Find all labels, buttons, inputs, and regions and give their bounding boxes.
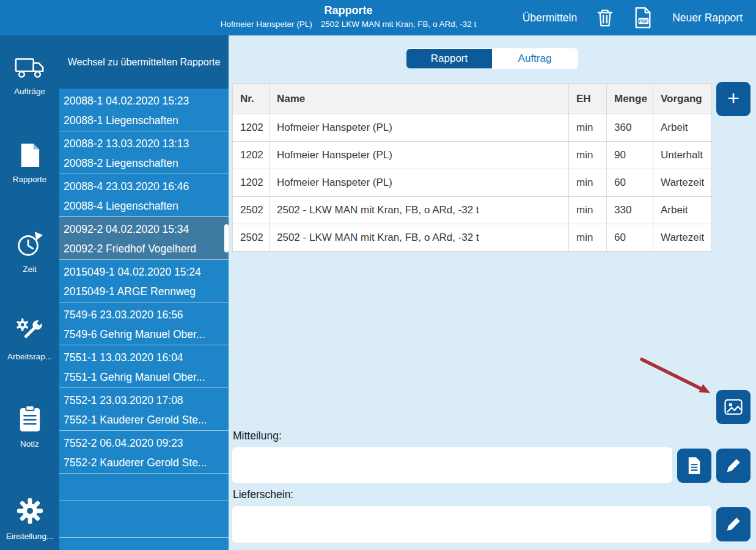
mitteilung-input[interactable] (232, 447, 672, 483)
report-list-panel: Wechsel zu übermittelten Rapporte 20088-… (59, 35, 229, 550)
pdf-icon[interactable]: PDF (633, 7, 653, 29)
sidebar-item-notiz[interactable]: Notiz (0, 405, 59, 449)
cell-name: 2502 - LKW MAN mit Kran, FB, o ARd, -32 … (270, 224, 569, 252)
cell-nr: 2502 (233, 197, 270, 224)
table-row[interactable]: 1202 Hofmeier Hanspeter (PL) min 60 Wart… (233, 169, 712, 197)
report-item-subtitle: 20088-4 Liegenschaften (64, 196, 224, 216)
pencil-icon (725, 457, 742, 474)
mitteilung-text-button[interactable] (677, 449, 711, 483)
submit-button[interactable]: Übermitteln (523, 12, 577, 24)
report-list-item[interactable]: 7551-1 13.03.2020 16:04 7551-1 Gehrig Ma… (59, 345, 229, 388)
sidebar-item-arbeitsrapport[interactable]: Arbeitsrap... (0, 317, 59, 361)
pencil-icon (725, 516, 742, 533)
report-list: 20088-1 04.02.2020 15:23 20088-1 Liegens… (59, 89, 229, 538)
report-list-item[interactable]: 2015049-1 04.02.2020 15:24 2015049-1 ARG… (59, 260, 229, 302)
new-report-button[interactable]: Neuer Rapport (672, 12, 743, 24)
table-row[interactable]: 1202 Hofmeier Hanspeter (PL) min 360 Arb… (233, 114, 712, 142)
cell-vorgang: Arbeit (653, 114, 712, 142)
tab-auftrag[interactable]: Auftrag (492, 49, 578, 68)
gear-icon (16, 497, 44, 525)
col-header-name: Name (270, 84, 569, 114)
image-icon (724, 399, 743, 415)
table-row[interactable]: 2502 2502 - LKW MAN mit Kran, FB, o ARd,… (233, 197, 712, 224)
document-lines-icon (687, 457, 702, 475)
sidebar-item-zeit[interactable]: Zeit (0, 230, 59, 274)
report-item-subtitle: 20088-1 Liegenschaften (64, 111, 224, 130)
table-row[interactable]: 2502 2502 - LKW MAN mit Kran, FB, o ARd,… (233, 224, 712, 252)
clipboard-icon (18, 405, 42, 433)
rapport-auftrag-segmented-control: Rapport Auftrag (406, 48, 578, 69)
sidebar-item-label: Einstellung... (6, 532, 53, 541)
report-item-title: 7549-6 23.03.2020 16:56 (64, 305, 224, 324)
report-list-item[interactable]: 7552-1 23.03.2020 17:08 7552-1 Kauderer … (59, 388, 229, 431)
report-item-title: 20092-2 04.02.2020 15:34 (64, 219, 224, 239)
page-title: Rapporte (196, 4, 501, 17)
report-item-title: 20088-2 13.03.2020 13:13 (64, 134, 224, 153)
report-item-subtitle: 20092-2 Friedhof Vogelherd (64, 239, 224, 258)
report-item-subtitle: 7552-2 Kauderer Gerold Ste... (64, 453, 224, 472)
topbar: Rapporte Hofmeier Hanspeter (PL) 2502 LK… (0, 0, 756, 35)
cell-name: Hofmeier Hanspeter (PL) (270, 114, 569, 142)
report-item-subtitle: 7552-1 Kauderer Gerold Ste... (64, 410, 224, 430)
report-item-title: 20088-4 23.03.2020 16:46 (64, 177, 224, 196)
cell-nr: 1202 (233, 114, 270, 142)
add-image-button[interactable] (716, 390, 750, 424)
sidebar-item-label: Aufträge (14, 87, 45, 96)
col-header-eh: EH (569, 84, 607, 114)
wrench-gear-icon (16, 317, 44, 345)
red-arrow-annotation (638, 353, 721, 399)
subtitle-employee: Hofmeier Hanspeter (PL) (221, 20, 312, 29)
subtitle-vehicle: 2502 LKW MAN mit Kran, FB, o ARd, -32 t (321, 20, 476, 29)
cell-menge: 90 (607, 142, 653, 169)
cell-eh: min (569, 224, 607, 252)
cell-eh: min (569, 114, 607, 142)
sidebar-item-einstellungen[interactable]: Einstellung... (0, 497, 59, 541)
report-item-title: 7552-2 06.04.2020 09:23 (64, 433, 224, 453)
report-list-item[interactable]: 7552-2 06.04.2020 09:23 7552-2 Kauderer … (59, 431, 229, 474)
cell-menge: 330 (607, 197, 653, 224)
cell-nr: 1202 (233, 142, 270, 169)
report-list-item[interactable]: 20088-4 23.03.2020 16:46 20088-4 Liegens… (59, 174, 229, 217)
col-header-menge: Menge (607, 84, 653, 114)
sidebar-item-auftraege[interactable]: Aufträge (0, 56, 59, 96)
add-row-button[interactable]: + (716, 82, 750, 116)
empty-list-cell (59, 501, 229, 538)
topbar-subtitle: Hofmeier Hanspeter (PL) 2502 LKW MAN mit… (196, 20, 501, 29)
tab-rapport[interactable]: Rapport (406, 49, 492, 68)
topbar-center: Rapporte Hofmeier Hanspeter (PL) 2502 LK… (196, 4, 501, 29)
main-content: Rapport Auftrag Nr. Name EH Menge Vorgan… (229, 35, 756, 550)
report-item-subtitle: 7549-6 Gehrig Manuel Ober... (64, 324, 224, 344)
mitteilung-edit-button[interactable] (716, 449, 750, 483)
truck-icon (15, 56, 45, 80)
report-item-subtitle: 7551-1 Gehrig Manuel Ober... (64, 367, 224, 387)
lieferschein-edit-button[interactable] (716, 507, 750, 541)
report-list-item-selected[interactable]: 20092-2 04.02.2020 15:34 20092-2 Friedho… (59, 217, 229, 260)
svg-text:PDF: PDF (639, 18, 648, 24)
cell-vorgang: Wartezeit (653, 224, 712, 252)
report-item-subtitle: 2015049-1 ARGE Rennweg (64, 282, 224, 301)
sidebar-item-rapporte[interactable]: Rapporte (0, 142, 59, 184)
sidebar-item-label: Rapporte (13, 175, 47, 184)
switch-to-submitted-reports-button[interactable]: Wechsel zu übermittelten Rapporte (59, 35, 229, 89)
trash-icon[interactable] (596, 8, 614, 28)
report-item-title: 2015049-1 04.02.2020 15:24 (64, 262, 224, 282)
report-item-title: 20088-1 04.02.2020 15:23 (64, 91, 224, 111)
report-item-title: 7552-1 23.03.2020 17:08 (64, 391, 224, 410)
cell-menge: 360 (607, 114, 653, 142)
report-list-item[interactable]: 20088-1 04.02.2020 15:23 20088-1 Liegens… (59, 89, 229, 131)
cell-menge: 60 (607, 224, 653, 252)
cell-vorgang: Arbeit (653, 197, 712, 224)
cell-eh: min (569, 197, 607, 224)
mitteilung-label: Mitteilung: (233, 430, 282, 442)
cell-nr: 1202 (233, 169, 270, 197)
report-list-item[interactable]: 7549-6 23.03.2020 16:56 7549-6 Gehrig Ma… (59, 302, 229, 345)
document-icon (20, 142, 40, 168)
report-list-item[interactable]: 20088-2 13.03.2020 13:13 20088-2 Liegens… (59, 131, 229, 174)
col-header-vorgang: Vorgang (653, 84, 712, 114)
cell-eh: min (569, 169, 607, 197)
lieferschein-input[interactable] (232, 506, 711, 543)
sidebar-item-label: Zeit (23, 265, 37, 274)
table-row[interactable]: 1202 Hofmeier Hanspeter (PL) min 90 Unte… (233, 142, 712, 169)
cell-nr: 2502 (233, 224, 270, 252)
cell-menge: 60 (607, 169, 653, 197)
